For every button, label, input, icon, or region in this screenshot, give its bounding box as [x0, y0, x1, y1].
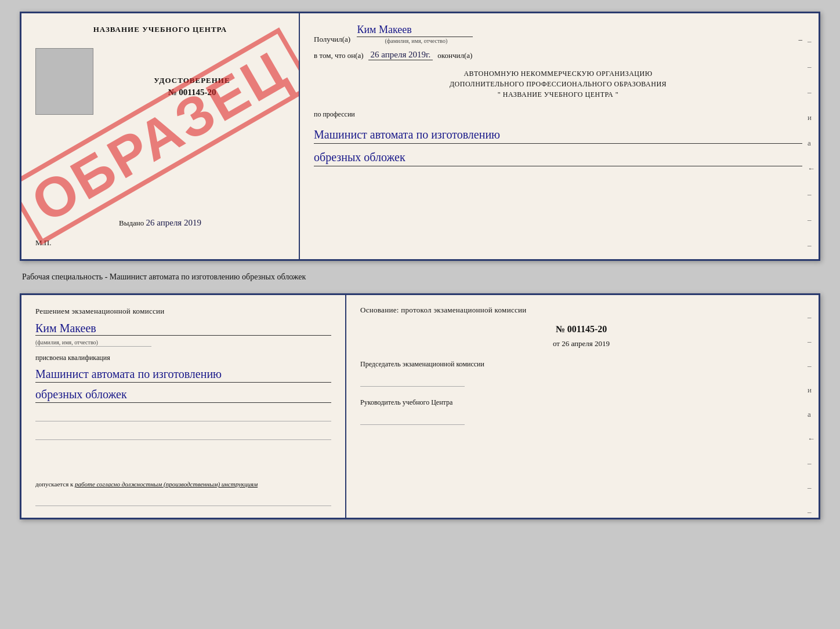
profession-line1: Машинист автомата по изготовлению — [314, 127, 802, 144]
bottom-left-panel: Решением экзаменационной комиссии Ким Ма… — [21, 295, 346, 518]
bottom-document: Решением экзаменационной комиссии Ким Ма… — [20, 293, 820, 519]
profession-line2: обрезных обложек — [314, 150, 802, 166]
org-line2: ДОПОЛНИТЕЛЬНОГО ПРОФЕССИОНАЛЬНОГО ОБРАЗО… — [314, 79, 802, 89]
chairman-sign-line — [360, 376, 465, 387]
empty-line-2 — [35, 428, 331, 440]
date-value: 26 апреля 2019г. — [368, 50, 433, 60]
top-title: НАЗВАНИЕ УЧЕБНОГО ЦЕНТРА — [93, 25, 227, 34]
recipient-prefix: Получил(а) — [314, 35, 350, 44]
profession-label: по профессии — [314, 110, 802, 119]
date-suffix: окончил(а) — [437, 51, 472, 60]
chairman-label: Председатель экзаменационной комиссии — [360, 359, 802, 369]
issued-label: Выдано — [119, 219, 144, 227]
mp-label: М.П. — [35, 238, 51, 248]
assigned-label: присвоена квалификация — [35, 354, 331, 362]
cert-label: УДОСТОВЕРЕНИЕ — [154, 76, 230, 85]
director-sign-line — [360, 415, 465, 425]
decision-text: Решением экзаменационной комиссии — [35, 307, 331, 316]
top-document: НАЗВАНИЕ УЧЕБНОГО ЦЕНТРА УДОСТОВЕРЕНИЕ №… — [20, 12, 820, 261]
bottom-name-sub: (фамилия, имя, отчество) — [35, 339, 151, 347]
recipient-name: Ким Макеев — [357, 24, 473, 37]
date-row: в том, что он(а) 26 апреля 2019г. окончи… — [314, 50, 802, 60]
cert-number: № 001145-20 — [168, 88, 216, 97]
issued-date: 26 апреля 2019 — [146, 218, 201, 227]
qual-line1: Машинист автомата по изготовлению — [35, 366, 331, 383]
qual-line2: обрезных обложек — [35, 386, 331, 403]
top-right-panel: Получил(а) Ким Макеев (фамилия, имя, отч… — [300, 13, 819, 259]
recipient-row: Получил(а) Ким Макеев (фамилия, имя, отч… — [314, 24, 802, 44]
side-dashes-bottom: – – – и а ← – – – — [808, 312, 815, 517]
issued-line: Выдано 26 апреля 2019 — [119, 218, 201, 228]
bottom-name: Ким Макеев — [35, 322, 331, 336]
empty-line-3 — [35, 495, 331, 506]
side-dashes-top: – – – и а ← – – – — [808, 37, 815, 250]
protocol-date: от 26 апреля 2019 — [360, 339, 802, 348]
допускается-block: допускается к работе согласно должностны… — [35, 481, 331, 488]
org-line3: " НАЗВАНИЕ УЧЕБНОГО ЦЕНТРА " — [314, 89, 802, 100]
допускается-prefix: допускается к — [35, 481, 73, 488]
date-val: 26 апреля 2019 — [562, 339, 610, 348]
top-left-panel: НАЗВАНИЕ УЧЕБНОГО ЦЕНТРА УДОСТОВЕРЕНИЕ №… — [21, 13, 300, 259]
org-block: АВТОНОМНУЮ НЕКОММЕРЧЕСКУЮ ОРГАНИЗАЦИЮ ДО… — [314, 68, 802, 100]
director-label: Руководитель учебного Центра — [360, 397, 802, 408]
basis-text: Основание: протокол экзаменационной коми… — [360, 306, 802, 315]
middle-caption: Рабочая специальность - Машинист автомат… — [20, 271, 820, 283]
date-prefix: от — [553, 339, 560, 348]
protocol-number: № 001145-20 — [360, 324, 802, 335]
date-prefix: в том, что он(а) — [314, 51, 364, 60]
empty-line-1 — [35, 410, 331, 421]
допускается-val: работе согласно должностным (производств… — [75, 481, 258, 488]
photo-placeholder — [35, 48, 93, 115]
dash-right: – — [799, 35, 803, 44]
recipient-sub: (фамилия, имя, отчество) — [359, 38, 473, 44]
bottom-right-panel: Основание: протокол экзаменационной коми… — [346, 295, 819, 518]
org-line1: АВТОНОМНУЮ НЕКОММЕРЧЕСКУЮ ОРГАНИЗАЦИЮ — [314, 68, 802, 79]
